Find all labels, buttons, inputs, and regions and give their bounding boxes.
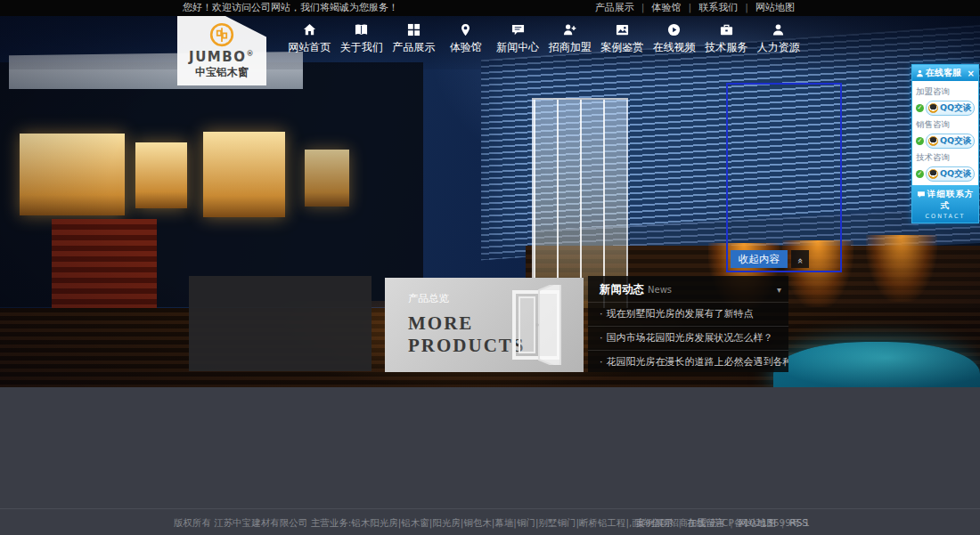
news-panel: 新闻动态 News ▾ 现在别墅阳光房的发展有了新特点 国内市场花园阳光房发展状… xyxy=(588,276,788,372)
collapse-chevron-button[interactable]: « xyxy=(791,250,809,268)
service-group-label: 销售咨询 xyxy=(916,119,975,131)
qq-chat-label: QQ交谈 xyxy=(940,135,971,147)
topbar-link-contact[interactable]: 联系我们 xyxy=(682,0,739,16)
online-status-icon: ✓ xyxy=(916,170,924,178)
nav-label: 在线视频 xyxy=(649,40,701,55)
nav-label: 人力资源 xyxy=(753,40,805,55)
bottom-links: 案例展示 在线留言 网站地图 RSS xyxy=(636,517,808,530)
location-pin-icon xyxy=(459,23,472,36)
nav-item-products[interactable]: 产品展示 xyxy=(388,23,440,55)
nav-item-showroom[interactable]: 体验馆 xyxy=(440,23,493,55)
topbar-link-products[interactable]: 产品展示 xyxy=(595,0,634,16)
highlight-rect xyxy=(726,83,842,272)
footer: 网站二维码 扫描关注我们 xyxy=(0,387,980,508)
page: 您好！欢迎访问公司网站，我们将竭诚为您服务！ 产品展示 体验馆 联系我们 网站地… xyxy=(0,0,980,535)
nav-label: 产品展示 xyxy=(388,40,440,55)
service-group-label: 加盟咨询 xyxy=(916,86,975,98)
qq-row: ✓ QQ交谈 xyxy=(916,134,975,149)
collapse-content-button[interactable]: 收起内容 xyxy=(731,250,788,268)
qq-row: ✓ QQ交谈 xyxy=(916,101,975,116)
welcome-text: 您好！欢迎访问公司网站，我们将竭诚为您服务！ xyxy=(183,0,398,16)
qq-row: ✓ QQ交谈 xyxy=(916,166,975,182)
news-item[interactable]: 花园阳光房在漫长的道路上必然会遇到各种挑战 xyxy=(588,350,788,374)
video-icon xyxy=(667,23,681,36)
open-window-illustration xyxy=(502,285,571,365)
news-subtitle: News xyxy=(648,285,672,295)
qq-chat-label: QQ交谈 xyxy=(940,102,971,114)
nav-label: 关于我们 xyxy=(336,40,388,55)
bottom-link-sitemap[interactable]: 网站地图 xyxy=(724,517,776,530)
qq-chat-button[interactable]: QQ交谈 xyxy=(926,101,975,116)
chevron-up-icon: « xyxy=(791,258,809,264)
main-nav: 网站首页 关于我们 产品展示 体验馆 新闻中心 招商加盟 案例鉴赏 在线视频 xyxy=(283,23,804,55)
qq-penguin-icon xyxy=(928,103,938,113)
nav-item-news[interactable]: 新闻中心 xyxy=(492,23,544,55)
bottom-bar: 版权所有 江苏中宝建材有限公司 主营业务:铝木阳光房|铝木窗|阳光房|铜包木|幕… xyxy=(0,508,980,535)
nav-item-tech-service[interactable]: 技术服务 xyxy=(700,23,753,55)
online-service-panel: 在线客服 × 加盟咨询 ✓ QQ交谈 销售咨询 ✓ QQ交谈 技术咨询 ✓ QQ… xyxy=(911,64,979,223)
chevron-down-icon[interactable]: ▾ xyxy=(777,285,781,295)
user-icon xyxy=(916,69,924,77)
user-icon xyxy=(772,23,785,36)
user-plus-icon xyxy=(563,23,576,36)
book-icon xyxy=(355,23,368,36)
topbar-link-sitemap[interactable]: 网站地图 xyxy=(738,0,795,16)
news-header: 新闻动态 News ▾ xyxy=(588,276,788,302)
nav-label: 技术服务 xyxy=(700,40,753,55)
nav-item-franchise[interactable]: 招商加盟 xyxy=(544,23,597,55)
registered-mark: ® xyxy=(246,50,255,58)
news-title: 新闻动态 xyxy=(600,282,644,297)
grid-icon xyxy=(407,23,421,36)
qq-chat-label: QQ交谈 xyxy=(940,168,971,180)
contact-details-button[interactable]: 详细联系方式 CONTACT xyxy=(912,185,978,223)
home-icon xyxy=(303,23,316,36)
online-status-icon: ✓ xyxy=(916,137,924,145)
news-item[interactable]: 国内市场花园阳光房发展状况怎么样？ xyxy=(588,326,788,350)
service-panel-header: 在线客服 × xyxy=(912,65,978,81)
qq-chat-button[interactable]: QQ交谈 xyxy=(926,166,975,182)
briefcase-icon xyxy=(720,23,733,36)
nav-label: 新闻中心 xyxy=(492,40,544,55)
contact-details-sub: CONTACT xyxy=(912,213,978,220)
collapsed-content-panel xyxy=(189,276,372,371)
close-icon[interactable]: × xyxy=(968,69,975,78)
chat-icon xyxy=(511,23,525,36)
qq-penguin-icon xyxy=(928,136,938,146)
service-panel-body: 加盟咨询 ✓ QQ交谈 销售咨询 ✓ QQ交谈 技术咨询 ✓ QQ交谈 xyxy=(912,81,978,185)
topbar-links: 产品展示 体验馆 联系我们 网站地图 xyxy=(595,0,795,16)
bottom-link-message[interactable]: 在线留言 xyxy=(674,517,725,530)
contact-details-label: 详细联系方式 xyxy=(927,189,975,210)
nav-label: 网站首页 xyxy=(283,40,336,55)
chat-icon xyxy=(917,190,926,199)
news-item[interactable]: 现在别墅阳光房的发展有了新特点 xyxy=(588,302,788,326)
nav-label: 招商加盟 xyxy=(544,40,597,55)
online-status-icon: ✓ xyxy=(916,104,924,112)
bottom-link-rss[interactable]: RSS xyxy=(776,517,808,530)
nav-label: 案例鉴赏 xyxy=(596,40,649,55)
jumbo-emblem-icon xyxy=(209,22,234,47)
service-panel-title: 在线客服 xyxy=(926,67,961,79)
nav-label: 体验馆 xyxy=(440,40,493,55)
qq-penguin-icon xyxy=(928,169,938,179)
nav-item-videos[interactable]: 在线视频 xyxy=(649,23,701,55)
nav-item-hr[interactable]: 人力资源 xyxy=(753,23,805,55)
collapse-controls: 收起内容 « xyxy=(731,250,809,268)
nav-item-home[interactable]: 网站首页 xyxy=(283,23,336,55)
qq-chat-button[interactable]: QQ交谈 xyxy=(926,134,975,149)
bottom-link-cases[interactable]: 案例展示 xyxy=(636,517,674,530)
logo-wordmark: JUMBO® xyxy=(189,47,255,64)
nav-item-cases[interactable]: 案例鉴赏 xyxy=(596,23,649,55)
more-products-panel[interactable]: 产品总览 MORE PRODUCTS xyxy=(385,278,584,372)
topbar-link-showroom[interactable]: 体验馆 xyxy=(634,0,682,16)
service-group-label: 技术咨询 xyxy=(916,152,975,164)
nav-item-about[interactable]: 关于我们 xyxy=(336,23,388,55)
topbar: 您好！欢迎访问公司网站，我们将竭诚为您服务！ 产品展示 体验馆 联系我们 网站地… xyxy=(0,0,980,16)
logo-subtitle: 中宝铝木窗 xyxy=(195,65,249,80)
photo-icon xyxy=(616,23,629,36)
